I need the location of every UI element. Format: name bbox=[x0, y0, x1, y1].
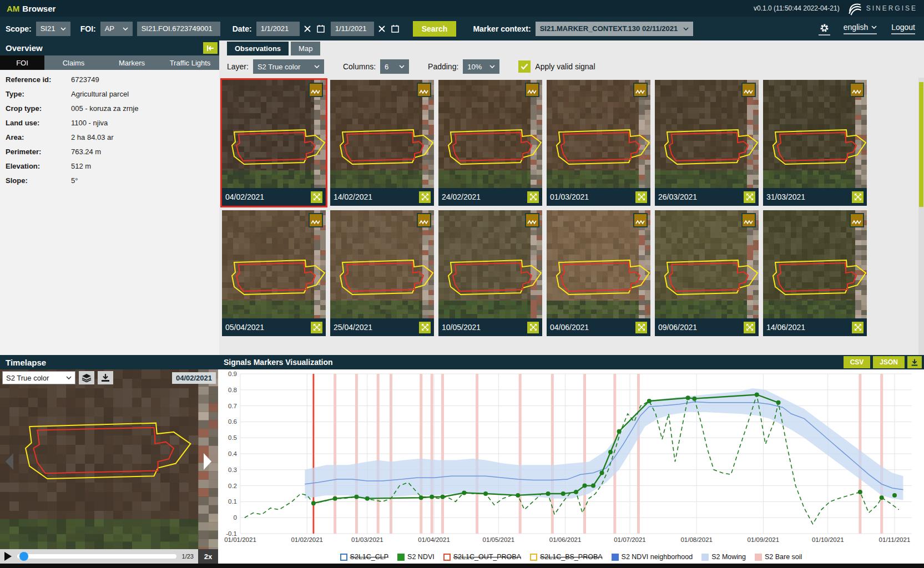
previous-frame-arrow-icon[interactable] bbox=[3, 452, 16, 471]
export-csv-button[interactable]: CSV bbox=[844, 356, 871, 368]
signal-marker-icon[interactable] bbox=[633, 213, 648, 227]
legend-item[interactable]: S2 NDVI neighborhood bbox=[612, 553, 693, 561]
legend-item[interactable]: S2L1C_CLP bbox=[340, 553, 389, 561]
legend-item[interactable]: S2 NDVI bbox=[397, 553, 435, 561]
tile-expand-button[interactable] bbox=[419, 322, 431, 333]
tile-expand-button[interactable] bbox=[527, 191, 539, 203]
date-from-calendar-button[interactable] bbox=[315, 23, 326, 34]
tab-traffic-lights[interactable]: Traffic Lights bbox=[161, 55, 219, 70]
tab-foi[interactable]: FOI bbox=[0, 55, 44, 70]
scope-select[interactable]: SI21 bbox=[36, 22, 70, 36]
padding-select[interactable]: 10% bbox=[463, 59, 499, 74]
tile-expand-button[interactable] bbox=[852, 322, 864, 333]
tile-expand-button[interactable] bbox=[852, 191, 864, 203]
legend-item[interactable]: S2L1C_BS_PROBA bbox=[530, 553, 603, 561]
date-to-calendar-button[interactable] bbox=[390, 23, 401, 34]
signals-chart[interactable]: 0.90.80.70.60.50.40.30.20.10-0.101/01/20… bbox=[218, 369, 924, 550]
observation-tile[interactable]: 04/06/2021 bbox=[547, 210, 650, 336]
playback-speed-button[interactable]: 2x bbox=[198, 549, 218, 564]
app-logo-am: AM bbox=[7, 4, 19, 13]
export-json-button[interactable]: JSON bbox=[873, 356, 905, 368]
timelapse-layers-button[interactable] bbox=[79, 371, 94, 384]
collapse-left-icon bbox=[206, 45, 214, 52]
settings-button[interactable] bbox=[819, 22, 830, 36]
signal-marker-icon[interactable] bbox=[525, 213, 539, 227]
legend-item[interactable]: S2 Mowing bbox=[701, 553, 746, 561]
tile-expand-button[interactable] bbox=[311, 191, 322, 203]
tile-date: 04/06/2021 bbox=[550, 323, 589, 332]
timelapse-slider-knob[interactable] bbox=[19, 552, 28, 561]
date-from-input[interactable] bbox=[256, 22, 300, 36]
date-from-clear-button[interactable] bbox=[303, 24, 312, 33]
observation-tile[interactable]: 10/05/2021 bbox=[438, 210, 542, 336]
tile-expand-button[interactable] bbox=[527, 322, 539, 333]
download-icon bbox=[911, 358, 918, 367]
signal-marker-icon[interactable] bbox=[633, 83, 648, 97]
signal-marker-icon[interactable] bbox=[741, 83, 756, 97]
observation-tile[interactable]: 24/02/2021 bbox=[438, 80, 542, 206]
grid-scrollbar[interactable] bbox=[918, 78, 924, 355]
padding-label: Padding: bbox=[428, 62, 458, 71]
tile-expand-button[interactable] bbox=[311, 322, 322, 333]
signal-marker-icon[interactable] bbox=[417, 83, 431, 97]
foi-detail-value: 1100 - njiva bbox=[71, 119, 108, 127]
signal-marker-icon[interactable] bbox=[417, 213, 431, 227]
date-to-clear-button[interactable] bbox=[377, 24, 386, 33]
timelapse-slider[interactable] bbox=[17, 554, 176, 559]
columns-select[interactable]: 6 bbox=[380, 59, 409, 74]
tab-observations[interactable]: Observations bbox=[227, 42, 289, 55]
tile-expand-button[interactable] bbox=[635, 191, 647, 203]
foi-id-input[interactable] bbox=[137, 22, 220, 36]
foi-detail-label: Type: bbox=[6, 90, 71, 98]
tile-expand-button[interactable] bbox=[635, 322, 647, 333]
tile-date-bar: 31/03/2021 bbox=[763, 188, 867, 206]
scope-value: SI21 bbox=[41, 24, 55, 33]
observation-tile[interactable]: 31/03/2021 bbox=[763, 80, 867, 206]
layer-select[interactable]: S2 True color bbox=[253, 59, 324, 74]
observation-tile[interactable]: 25/04/2021 bbox=[330, 210, 434, 336]
am-browser-app: AM Browser v0.1.0 (11:50:44 2022-04-21) … bbox=[0, 0, 924, 568]
date-to-input[interactable] bbox=[331, 22, 374, 36]
collapse-panel-button[interactable] bbox=[203, 42, 218, 54]
tile-expand-button[interactable] bbox=[419, 191, 431, 203]
tab-markers[interactable]: Markers bbox=[103, 55, 161, 70]
grid-scrollbar-thumb[interactable] bbox=[919, 82, 923, 207]
download-icon bbox=[101, 373, 110, 382]
svg-text:0.5: 0.5 bbox=[228, 434, 237, 441]
tab-claims[interactable]: Claims bbox=[44, 55, 103, 70]
svg-text:0.9: 0.9 bbox=[228, 371, 237, 377]
signal-marker-icon[interactable] bbox=[309, 213, 323, 227]
timelapse-image[interactable] bbox=[0, 369, 218, 549]
tile-date: 09/06/2021 bbox=[658, 323, 697, 332]
signal-marker-icon[interactable] bbox=[309, 83, 323, 97]
language-select[interactable]: english bbox=[844, 23, 877, 34]
observation-tile[interactable]: 05/04/2021 bbox=[222, 210, 326, 336]
signal-marker-icon[interactable] bbox=[741, 213, 756, 227]
observation-tile[interactable]: 14/02/2021 bbox=[330, 80, 434, 206]
signal-marker-icon[interactable] bbox=[850, 213, 864, 227]
search-button[interactable]: Search bbox=[413, 21, 457, 37]
observation-tile[interactable]: 26/03/2021 bbox=[655, 80, 759, 206]
marker-context-select[interactable]: SI21.MARKER_CONTEXT.130 02/11/2021 bbox=[536, 22, 694, 36]
timelapse-layer-select[interactable]: S2 True color bbox=[2, 371, 75, 384]
observation-tile[interactable]: 04/02/2021 bbox=[222, 80, 326, 206]
signal-marker-icon[interactable] bbox=[525, 83, 539, 97]
observation-tile[interactable]: 01/03/2021 bbox=[547, 80, 650, 206]
foi-detail-label: Slope: bbox=[6, 176, 71, 185]
tab-map[interactable]: Map bbox=[291, 42, 320, 55]
foi-type-select[interactable]: AP bbox=[100, 22, 133, 36]
apply-valid-signal-checkbox[interactable] bbox=[518, 60, 531, 73]
legend-item[interactable]: S2 Bare soil bbox=[755, 553, 802, 561]
logout-button[interactable]: Logout bbox=[891, 23, 915, 34]
legend-label: S2 NDVI neighborhood bbox=[622, 553, 693, 561]
chart-download-button[interactable] bbox=[907, 356, 922, 368]
play-button[interactable] bbox=[4, 552, 12, 561]
signal-marker-icon[interactable] bbox=[850, 83, 864, 97]
next-frame-arrow-icon[interactable] bbox=[201, 452, 214, 471]
timelapse-download-button[interactable] bbox=[98, 371, 113, 384]
tile-expand-button[interactable] bbox=[744, 191, 755, 203]
observation-tile[interactable]: 14/06/2021 bbox=[763, 210, 867, 336]
tile-expand-button[interactable] bbox=[744, 322, 755, 333]
observation-tile[interactable]: 09/06/2021 bbox=[655, 210, 759, 336]
legend-item[interactable]: S2L1C_OUT_PROBA bbox=[443, 553, 521, 561]
